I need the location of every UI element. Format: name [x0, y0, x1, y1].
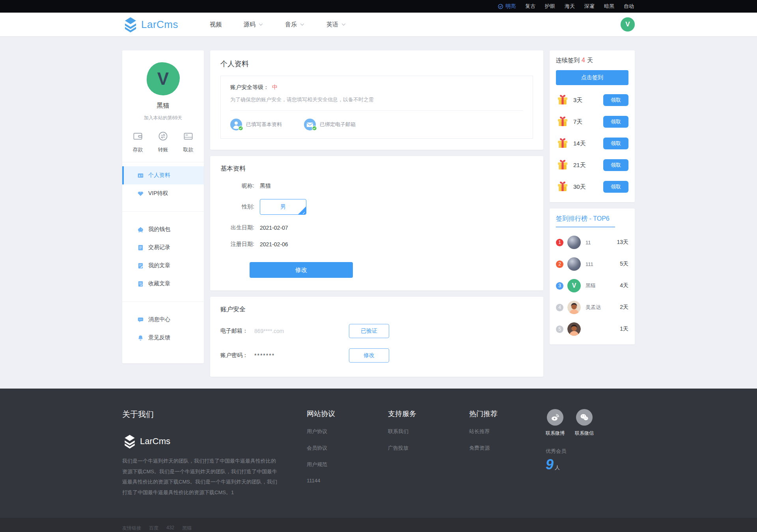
person-avatar-image	[567, 301, 581, 314]
email-verified-button[interactable]: 已验证	[349, 324, 389, 338]
claim-button[interactable]: 领取	[603, 159, 628, 171]
theme-option-auto[interactable]: 自动	[624, 3, 634, 10]
theme-option-retro[interactable]: 复古	[525, 3, 535, 10]
transfer-button[interactable]: 转账	[158, 131, 168, 153]
deposit-button[interactable]: 存款	[132, 131, 143, 153]
rank-avatar	[567, 301, 581, 314]
footer-col-support: 支持服务 联系我们 广告投放	[388, 409, 450, 498]
friend-links-label: 友情链接	[122, 525, 141, 532]
sidebar-item-articles[interactable]: 我的文章	[122, 257, 204, 275]
security-tip: 为了确保您的账户安全，请您填写相关安全信息，以备不时之需	[230, 96, 523, 111]
nav-item-source[interactable]: 源码	[244, 21, 263, 28]
join-days-text: 加入本站的第69天	[122, 115, 204, 121]
bell-icon	[137, 335, 144, 341]
rank-avatar	[567, 257, 581, 271]
members-count: 9	[546, 456, 554, 472]
email-label: 电子邮箱：	[220, 327, 254, 335]
signin-card: 连续签到4天 点击签到 3天 领取 7天 领取	[550, 50, 635, 202]
message-icon	[137, 316, 144, 323]
footer-link[interactable]: 用户规范	[307, 461, 369, 468]
rank-avatar: V	[567, 279, 581, 292]
check-badge-icon	[312, 126, 317, 131]
brand-logo[interactable]: LarCms	[122, 16, 178, 33]
menu-divider	[122, 211, 204, 212]
chevron-down-icon	[341, 23, 346, 26]
signin-button[interactable]: 点击签到	[556, 70, 628, 85]
gender-select[interactable]: 男 ✓	[260, 199, 306, 215]
footer-bottom-bar: 友情链接 百度 432 黑猫 Copyright © 2015-2020 资源下…	[0, 518, 757, 532]
footer-link[interactable]: 11144	[307, 478, 369, 484]
nav-item-music[interactable]: 音乐	[285, 21, 304, 28]
ranking-card: 签到排行榜 - TOP6 1 11 13天 2 111 5天 3	[550, 208, 635, 344]
claim-button[interactable]: 领取	[603, 94, 628, 106]
profile-username: 黑猫	[122, 102, 204, 110]
security-level-label: 账户安全等级：	[230, 84, 269, 90]
theme-option-deep[interactable]: 深邃	[584, 3, 595, 10]
footer-link[interactable]: 联系我们	[388, 428, 450, 435]
weibo-icon	[550, 413, 560, 422]
signin-streak-text: 连续签到4天	[556, 57, 628, 64]
id-card-icon	[137, 172, 144, 179]
nav-item-video[interactable]: 视频	[210, 21, 222, 28]
user-avatar[interactable]: V	[621, 17, 635, 32]
footer-link[interactable]: 用户协议	[307, 428, 369, 435]
claim-button[interactable]: 领取	[603, 116, 628, 128]
basic-info-section: 基本资料 昵称: 黑猫 性别: 男 ✓	[210, 156, 543, 290]
regdate-value: 2021-02-06	[260, 241, 288, 247]
larcms-logo-icon	[122, 16, 139, 33]
wechat-icon	[580, 413, 589, 422]
profile-sidebar: V 黑猫 加入本站的第69天 存款 转账 取款	[122, 50, 204, 363]
theme-option-eyecare[interactable]: 护眼	[545, 3, 555, 10]
footer-link[interactable]: 广告投放	[388, 445, 450, 452]
gender-label: 性别:	[220, 203, 260, 210]
rank-badge: 2	[556, 260, 563, 268]
theme-option-bright[interactable]: 明亮	[498, 3, 516, 10]
sidebar-item-favorites[interactable]: 收藏文章	[122, 275, 204, 293]
claim-button[interactable]: 领取	[603, 138, 628, 149]
check-circle-icon	[498, 4, 503, 9]
footer-link[interactable]: 站长推荐	[469, 428, 531, 435]
reward-row: 30天 领取	[556, 180, 628, 193]
theme-option-dark[interactable]: 暗黑	[604, 3, 614, 10]
save-basic-info-button[interactable]: 修改	[250, 262, 353, 278]
sidebar-item-messages[interactable]: 消息中心	[122, 311, 204, 329]
friend-link[interactable]: 百度	[149, 525, 158, 532]
content-area: V 黑猫 加入本站的第69天 存款 转账 取款	[0, 36, 757, 389]
footer-col-agreements: 网站协议 用户协议 会员协议 用户规范 11144	[307, 409, 369, 498]
ranking-title: 签到排行榜 - TOP6	[556, 215, 615, 227]
transfer-icon	[158, 131, 168, 141]
weibo-contact[interactable]: 联系微博	[546, 409, 565, 437]
friend-links-row: 友情链接 百度 432 黑猫	[122, 525, 635, 532]
rank-badge: 5	[556, 326, 563, 333]
footer-about-desc: 我们是一个牛逼到炸天的团队，我们打造了中国最牛逼最具性价比的资源下载CMS。我们…	[122, 456, 288, 498]
reward-row: 7天 领取	[556, 115, 628, 128]
reward-row: 21天 领取	[556, 158, 628, 172]
footer: 关于我们 LarCms 我们是一个牛逼到炸天的团队，我们打造了中国最牛逼最具性价…	[0, 389, 757, 532]
wechat-contact[interactable]: 联系微信	[575, 409, 594, 437]
rank-avatar	[567, 236, 581, 249]
sidebar-item-profile[interactable]: 个人资料	[122, 166, 204, 184]
ranking-row: 3 V 黑猫 4天	[556, 279, 628, 292]
gift-icon	[556, 137, 569, 150]
sidebar-item-vip[interactable]: VIP特权	[122, 184, 204, 203]
nav-item-english[interactable]: 英语	[326, 21, 346, 28]
claim-button[interactable]: 领取	[603, 181, 628, 193]
change-password-button[interactable]: 修改	[349, 348, 389, 363]
sidebar-item-transactions[interactable]: 交易记录	[122, 238, 204, 257]
sidebar-item-feedback[interactable]: 意见反馈	[122, 329, 204, 347]
profile-avatar[interactable]: V	[147, 62, 180, 95]
security-level-value: 中	[272, 84, 278, 90]
sidebar-item-wallet[interactable]: 我的钱包	[122, 220, 204, 238]
theme-option-ocean[interactable]: 海天	[565, 3, 575, 10]
footer-link[interactable]: 免费资源	[469, 445, 531, 452]
ranking-row: 2 111 5天	[556, 257, 628, 271]
rank-badge: 1	[556, 239, 563, 246]
withdraw-button[interactable]: 取款	[183, 131, 194, 153]
reward-row: 14天 领取	[556, 137, 628, 150]
article-edit-icon	[137, 262, 144, 269]
footer-link[interactable]: 会员协议	[307, 445, 369, 452]
friend-link[interactable]: 黑猫	[182, 525, 192, 532]
profile-section: 个人资料 账户安全等级：中 为了确保您的账户安全，请您填写相关安全信息，以备不时…	[210, 50, 543, 150]
section-title-basic: 基本资料	[220, 165, 533, 173]
friend-link[interactable]: 432	[166, 525, 174, 532]
